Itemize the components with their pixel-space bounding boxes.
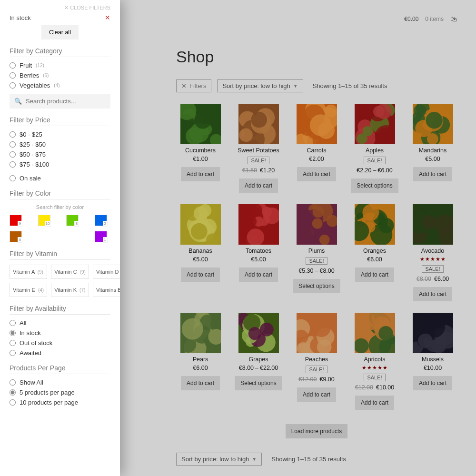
filter-onsale[interactable]: On sale <box>10 175 110 182</box>
color-swatch[interactable]: 0 <box>10 231 22 242</box>
section-color: Filter by Color <box>10 189 110 199</box>
count-badge: (12) <box>36 63 44 68</box>
radio-icon[interactable] <box>10 131 16 138</box>
vitamin-option[interactable]: Vitamin K (7) <box>51 283 89 297</box>
close-filters-button[interactable]: ✕ CLOSE FILTERS <box>10 5 110 14</box>
product-search[interactable]: 🔍 <box>10 94 110 109</box>
count-badge: 9 <box>18 221 22 227</box>
section-perpage: Products Per Page <box>10 364 110 374</box>
radio-icon[interactable] <box>10 72 16 79</box>
color-swatch[interactable]: 1 <box>95 231 107 242</box>
availability-option[interactable]: In stock <box>10 329 110 337</box>
section-availability: Filter by Availability <box>10 305 110 315</box>
category-option[interactable]: Berries(6) <box>10 72 110 79</box>
close-icon: ✕ <box>64 5 69 10</box>
perpage-option[interactable]: 10 products per page <box>10 399 110 406</box>
section-vitamin: Filter by Vitamin <box>10 250 110 260</box>
search-input[interactable] <box>26 98 106 105</box>
count-badge: (9) <box>80 269 86 275</box>
radio-icon[interactable] <box>10 161 16 168</box>
search-icon: 🔍 <box>14 98 22 105</box>
count-badge: 8 <box>74 221 79 227</box>
radio-icon[interactable] <box>10 320 16 326</box>
radio-icon[interactable] <box>10 379 16 386</box>
perpage-option[interactable]: 5 products per page <box>10 389 110 396</box>
color-swatch[interactable]: 8 <box>66 215 79 226</box>
count-badge: (7) <box>79 288 85 293</box>
price-option[interactable]: $75 - $100 <box>10 161 110 168</box>
availability-option[interactable]: Awaited <box>10 349 110 357</box>
filters-sidebar: ✕ CLOSE FILTERS In stock ✕ Clear all Fil… <box>0 0 120 476</box>
price-option[interactable]: $50 - $75 <box>10 151 110 158</box>
radio-icon[interactable] <box>10 350 16 356</box>
price-option[interactable]: $0 - $25 <box>10 131 110 138</box>
radio-icon[interactable] <box>10 175 16 181</box>
count-badge: (4) <box>38 288 44 293</box>
count-badge: 2 <box>103 221 108 227</box>
radio-icon[interactable] <box>10 330 16 336</box>
radio-icon[interactable] <box>10 141 16 148</box>
count-badge: (4) <box>54 83 60 88</box>
count-badge: (9) <box>38 269 43 275</box>
count-badge: 0 <box>18 237 22 243</box>
perpage-option[interactable]: Show All <box>10 379 110 386</box>
color-swatch[interactable]: 2 <box>95 215 107 226</box>
vitamin-option[interactable]: Vitamin E (4) <box>10 283 47 297</box>
section-price: Filter by Price <box>10 116 110 126</box>
color-swatch[interactable]: 9 <box>10 215 22 226</box>
category-option[interactable]: Fruit(12) <box>10 62 110 69</box>
radio-icon[interactable] <box>10 151 16 158</box>
count-badge: (6) <box>43 73 49 78</box>
category-option[interactable]: Vegetables(4) <box>10 82 110 89</box>
price-option[interactable]: $25 - $50 <box>10 141 110 148</box>
remove-chip-icon[interactable]: ✕ <box>105 14 110 21</box>
active-filter-chip: In stock <box>10 14 100 21</box>
clear-all-button[interactable]: Clear all <box>41 25 79 40</box>
vitamin-option[interactable]: Vitamin D (2) <box>93 265 120 279</box>
color-swatch[interactable]: 10 <box>38 215 50 226</box>
vitamin-option[interactable]: Vitamin C (9) <box>51 265 89 279</box>
color-hint: Search filter by color <box>10 204 110 210</box>
vitamin-option[interactable]: Vitamins B (8) <box>93 283 120 297</box>
radio-icon[interactable] <box>10 399 16 406</box>
availability-option[interactable]: Out of stock <box>10 339 110 347</box>
radio-icon[interactable] <box>10 340 16 346</box>
count-badge: 1 <box>103 237 108 243</box>
radio-icon[interactable] <box>10 62 16 69</box>
availability-option[interactable]: All <box>10 319 110 327</box>
section-category: Filter by Category <box>10 47 110 57</box>
radio-icon[interactable] <box>10 82 16 89</box>
count-badge: 10 <box>45 221 51 227</box>
vitamin-option[interactable]: Vitamin A (9) <box>10 265 47 279</box>
radio-icon[interactable] <box>10 389 16 396</box>
